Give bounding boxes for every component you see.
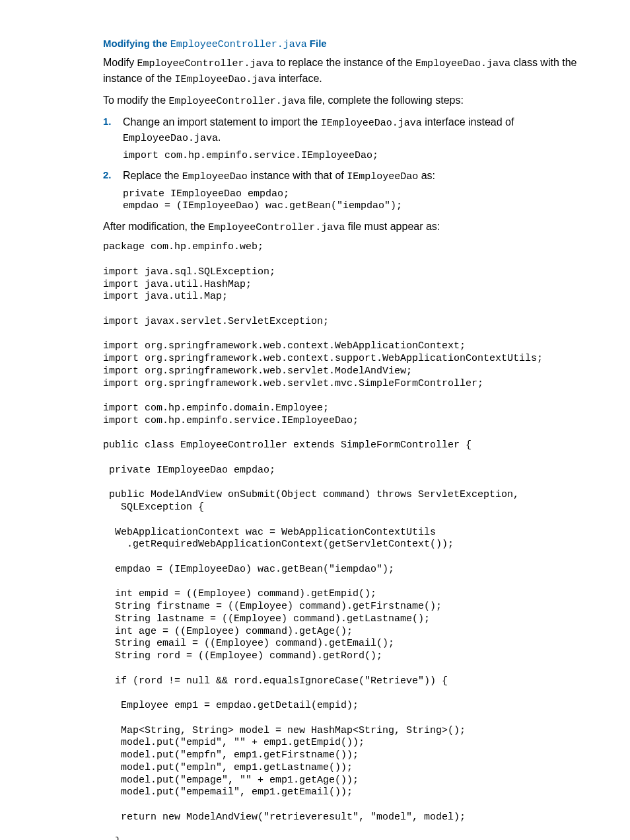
code-inline: EmployeeDao.java <box>123 133 218 144</box>
code-inline: EmployeeController.java <box>169 96 306 107</box>
text: file must appear as: <box>345 221 440 232</box>
paragraph-3: After modification, the EmployeeControll… <box>103 219 577 235</box>
text: After modification, the <box>103 221 208 232</box>
step-2: Replace the EmployeeDao instance with th… <box>103 169 577 213</box>
section-heading: Modifying the EmployeeController.java Fi… <box>103 37 577 52</box>
code-inline: IEmployeeDao.java <box>321 118 422 129</box>
text: Replace the <box>123 170 182 181</box>
heading-prefix: Modifying the <box>103 38 170 49</box>
code-inline: EmployeeController.java <box>208 222 345 233</box>
text: to replace the instance of the <box>274 57 415 68</box>
code-inline: IEmployeeDao.java <box>175 74 276 85</box>
document-page: Modifying the EmployeeController.java Fi… <box>0 0 630 840</box>
paragraph-1: Modify EmployeeController.java to replac… <box>103 56 577 87</box>
heading-suffix: File <box>307 38 327 49</box>
code-inline: IEmployeeDao <box>347 171 418 182</box>
step-1: Change an import statement to import the… <box>103 115 577 162</box>
heading-filename: EmployeeController.java <box>170 39 307 50</box>
text: interface instead of <box>422 116 514 128</box>
code-block-step1: import com.hp.empinfo.service.IEmployeeD… <box>123 150 577 163</box>
text: as: <box>418 170 435 181</box>
text: file, complete the following steps: <box>306 95 464 106</box>
text: Modify <box>103 57 137 68</box>
code-block-main: package com.hp.empinfo.web; import java.… <box>103 241 577 840</box>
text: interface. <box>276 73 322 84</box>
paragraph-2: To modify the EmployeeController.java fi… <box>103 93 577 108</box>
code-block-step2: private IEmployeeDao empdao; empdao = (I… <box>123 188 577 213</box>
text: To modify the <box>103 95 169 106</box>
text: instance with that of <box>248 170 347 181</box>
code-inline: EmployeeDao.java <box>415 58 510 69</box>
text: . <box>218 132 221 143</box>
code-inline: EmployeeDao <box>182 171 248 182</box>
text: Change an import statement to import the <box>123 116 321 128</box>
code-inline: EmployeeController.java <box>137 58 274 69</box>
steps-list: Change an import statement to import the… <box>103 115 577 213</box>
